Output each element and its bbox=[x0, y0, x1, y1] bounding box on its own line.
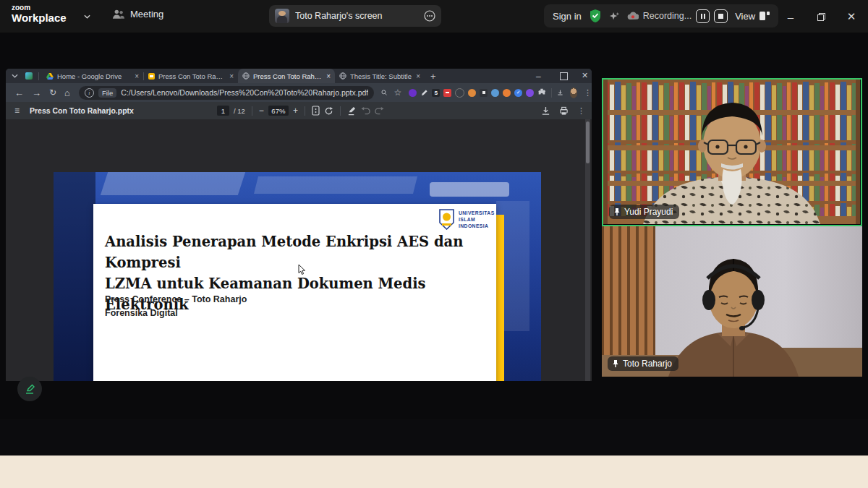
pdf-page-input[interactable]: 1 bbox=[217, 106, 229, 116]
uii-logo-text: UNIVERSITAS ISLAM INDONESIA bbox=[459, 210, 495, 229]
downloads-icon[interactable] bbox=[557, 88, 563, 98]
sign-in-button[interactable]: Sign in bbox=[553, 11, 582, 22]
tab-close-icon[interactable]: × bbox=[326, 72, 331, 80]
url-text[interactable]: C:/Users/Lenovo/Downloads/Press%20Con%20… bbox=[121, 88, 368, 97]
shared-screen-pill[interactable]: Toto Raharjo's screen bbox=[269, 5, 441, 27]
shared-screen-label: Toto Raharjo's screen bbox=[295, 11, 418, 21]
browser-restore-button[interactable] bbox=[560, 72, 568, 80]
extension-blue-icon[interactable] bbox=[491, 89, 499, 97]
home-icon[interactable]: ⌂ bbox=[64, 87, 70, 98]
pdf-zoom-in-button[interactable]: + bbox=[293, 106, 298, 116]
stop-recording-button[interactable] bbox=[714, 9, 728, 23]
workspace-chevron-down-icon[interactable] bbox=[84, 14, 90, 19]
browser-minimize-button[interactable]: – bbox=[536, 72, 541, 82]
reload-icon[interactable]: ↻ bbox=[49, 87, 56, 98]
tab-close-icon[interactable]: × bbox=[416, 72, 420, 80]
pencil-icon bbox=[24, 383, 36, 395]
zoom-workplace-logo: zoom Workplace bbox=[12, 4, 67, 24]
extensions-row: S ✓ bbox=[409, 88, 546, 98]
security-shield-check-icon[interactable] bbox=[589, 9, 602, 23]
recording-label: Recording... bbox=[643, 11, 692, 21]
video-tile-yudi[interactable]: Yudi Prayudi bbox=[602, 78, 862, 226]
extension-orange-icon[interactable] bbox=[468, 89, 476, 97]
view-layout-icon bbox=[760, 12, 770, 20]
zoom-indicator-icon[interactable] bbox=[381, 88, 387, 97]
pdf-menu-kebab-icon[interactable]: ⋮ bbox=[577, 106, 585, 116]
pdf-right-controls: ⋮ bbox=[541, 102, 585, 119]
extension-violet-icon[interactable] bbox=[526, 89, 534, 97]
globe-icon bbox=[242, 72, 250, 80]
tab-label: Home - Google Drive bbox=[57, 72, 131, 80]
forward-icon[interactable]: → bbox=[32, 87, 41, 98]
google-drive-icon bbox=[46, 73, 54, 80]
pause-recording-button[interactable] bbox=[696, 9, 710, 23]
recording-cloud-icon bbox=[627, 12, 639, 20]
annotation-pencil-button[interactable] bbox=[17, 377, 42, 401]
new-tab-button[interactable]: + bbox=[430, 71, 436, 82]
toto-video-illustration bbox=[602, 226, 862, 377]
pdf-page-total: / 12 bbox=[234, 107, 245, 115]
extension-ring-icon[interactable] bbox=[455, 88, 464, 98]
window-restore-button[interactable] bbox=[810, 6, 832, 27]
meeting-people-icon bbox=[112, 9, 125, 20]
tab-close-icon[interactable]: × bbox=[229, 72, 234, 80]
page-info-icon[interactable]: i bbox=[85, 88, 94, 98]
slide-photo-panel bbox=[254, 176, 417, 194]
pdf-filename: Press Con Toto Raharjo.pptx bbox=[30, 106, 134, 115]
pdf-zoom-out-button[interactable]: − bbox=[259, 106, 264, 116]
window-close-button[interactable]: ✕ bbox=[841, 6, 862, 27]
video-tile-toto[interactable]: Toto Raharjo bbox=[602, 226, 862, 377]
tab-search-chevron-icon[interactable] bbox=[12, 74, 18, 78]
pdf-fit-page-icon[interactable] bbox=[312, 106, 320, 116]
pdf-scrollbar[interactable] bbox=[585, 119, 590, 381]
google-slides-icon bbox=[148, 73, 155, 80]
extension-person-icon[interactable] bbox=[503, 89, 511, 97]
windows-taskbar: 1 M bbox=[0, 455, 868, 488]
pdf-content-area[interactable]: UNIVERSITAS ISLAM INDONESIA Analisis Pen… bbox=[6, 119, 592, 381]
window-minimize-button[interactable]: – bbox=[780, 6, 801, 27]
ai-sparkle-icon[interactable] bbox=[609, 11, 620, 22]
bookmark-star-icon[interactable]: ☆ bbox=[393, 87, 401, 98]
tab-close-icon[interactable]: × bbox=[135, 72, 139, 80]
extensions-puzzle-icon[interactable] bbox=[537, 88, 546, 97]
pin-icon bbox=[612, 359, 619, 368]
chrome-browser-window: Home - Google Drive × Press Con Toto Rah… bbox=[6, 69, 592, 381]
pdf-undo-icon[interactable] bbox=[361, 106, 370, 115]
extension-purple-icon[interactable] bbox=[409, 89, 417, 97]
pdf-redo-icon[interactable] bbox=[375, 106, 384, 115]
tab-slides-pptx[interactable]: Press Con Toto Raharjo.pptx - G × bbox=[144, 69, 238, 83]
browser-close-button[interactable]: ✕ bbox=[582, 71, 588, 80]
extension-check-icon[interactable]: ✓ bbox=[514, 89, 522, 97]
titlebar-right-cluster: Sign in Recording... View bbox=[544, 4, 778, 27]
shared-screen-avatar bbox=[275, 9, 289, 23]
extension-pencil-icon[interactable] bbox=[420, 89, 428, 97]
pdf-scrollbar-thumb[interactable] bbox=[586, 121, 590, 163]
participant-name-tag: Toto Raharjo bbox=[608, 356, 678, 371]
pdf-print-icon[interactable] bbox=[559, 106, 569, 116]
participant-name: Toto Raharjo bbox=[623, 359, 672, 369]
pdf-toolbar: ≡ Press Con Toto Raharjo.pptx 1 / 12 − 6… bbox=[6, 102, 592, 120]
pdf-zoom-level[interactable]: 67% bbox=[268, 106, 289, 116]
workplace-logo-text: Workplace bbox=[12, 12, 67, 24]
extension-s-icon[interactable]: S bbox=[432, 89, 440, 97]
address-bar[interactable]: i File C:/Users/Lenovo/Downloads/Press%2… bbox=[79, 86, 374, 100]
extension-dark-icon[interactable] bbox=[480, 89, 488, 97]
tab-pdf-active[interactable]: Press Con Toto Raharjo.pptx × bbox=[238, 69, 335, 83]
pdf-download-icon[interactable] bbox=[541, 106, 550, 116]
mouse-cursor bbox=[298, 264, 306, 275]
extension-red-icon[interactable] bbox=[443, 89, 451, 97]
browser-menu-kebab-icon[interactable]: ⋮ bbox=[584, 88, 592, 98]
tab-label: Press Con Toto Raharjo.pptx bbox=[253, 72, 323, 80]
view-button[interactable]: View bbox=[735, 11, 770, 22]
back-icon[interactable]: ← bbox=[14, 87, 24, 98]
tab-google-drive[interactable]: Home - Google Drive × bbox=[42, 69, 143, 83]
tab-label: Press Con Toto Raharjo.pptx - G bbox=[158, 72, 226, 80]
pdf-annotate-pen-icon[interactable] bbox=[347, 106, 357, 116]
screen-options-ellipsis-icon[interactable] bbox=[424, 10, 435, 22]
pdf-rotate-icon[interactable] bbox=[324, 106, 333, 116]
tab-meeting[interactable]: Meeting bbox=[112, 9, 163, 20]
tab-thesis[interactable]: Thesis Title: Subtitle × bbox=[335, 69, 425, 83]
pdf-sidebar-menu-icon[interactable]: ≡ bbox=[14, 106, 20, 116]
profile-avatar[interactable] bbox=[570, 87, 577, 98]
tab-group-icon[interactable] bbox=[25, 72, 33, 80]
